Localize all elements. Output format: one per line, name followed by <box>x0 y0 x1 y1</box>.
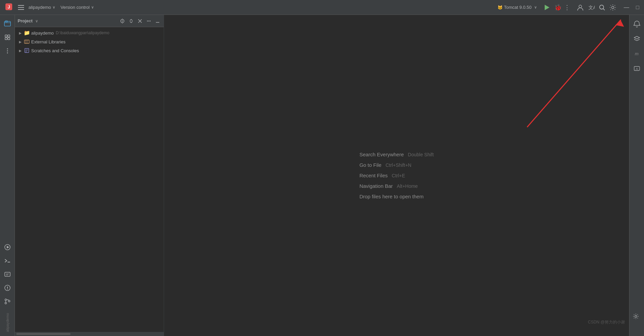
version-control-chevron[interactable]: ∨ <box>91 5 94 9</box>
svg-point-34 <box>147 20 148 21</box>
hint-search-everywhere-shortcut: Double Shift <box>408 152 434 157</box>
search-everywhere-button[interactable] <box>597 3 607 12</box>
svg-point-4 <box>600 5 604 9</box>
svg-point-2 <box>579 5 582 8</box>
right-sidebar-icon-layers[interactable] <box>631 33 643 45</box>
hint-navigation-bar: Navigation Bar Alt+Home <box>359 183 418 189</box>
right-sidebar-icon-m: m <box>631 47 643 60</box>
sidebar-icons-bottom: alipaydemo <box>1 58 14 336</box>
project-scrollbar[interactable] <box>15 332 164 336</box>
tree-item-scratches[interactable]: ▶ Scratches and Consoles <box>15 46 164 55</box>
csdn-watermark: CSDN @努力的小谢 <box>588 319 625 325</box>
menu-button[interactable] <box>16 3 26 12</box>
sidebar-icon-problems[interactable] <box>1 282 14 294</box>
locate-file-button[interactable] <box>119 18 126 24</box>
settings-button[interactable] <box>608 3 618 12</box>
hint-recent-files-shortcut: Ctrl+E <box>392 173 405 178</box>
tree-item-alipaydemo-name: alipaydemo <box>31 31 54 36</box>
right-sidebar-icon-notifications[interactable] <box>631 18 643 30</box>
right-sidebar-icon-settings-cog[interactable] <box>630 310 642 322</box>
sidebar-icon-bookmarks[interactable] <box>1 31 14 43</box>
arrow-alipaydemo: ▶ <box>18 30 23 36</box>
svg-text:文A: 文A <box>588 5 595 10</box>
sidebar-icon-project[interactable] <box>1 18 14 30</box>
expand-all-button[interactable] <box>128 18 135 24</box>
sidebar-icon-git[interactable] <box>1 295 14 308</box>
svg-text:J: J <box>7 4 10 9</box>
svg-point-36 <box>150 20 151 21</box>
titlebar: J alipaydemo ∨ Version control ∨ 🐱 Tomca… <box>0 0 644 15</box>
run-config-selector[interactable]: 🐱 Tomcat 9.0.50 ∨ <box>495 4 540 11</box>
app-logo[interactable]: J <box>3 1 15 13</box>
tomcat-icon: 🐱 <box>498 5 503 10</box>
arrow-scratches: ▶ <box>18 48 23 53</box>
svg-point-27 <box>5 302 6 304</box>
svg-marker-17 <box>7 246 9 249</box>
more-options-button[interactable]: ⋮ <box>564 4 570 11</box>
libraries-icon <box>24 39 30 45</box>
bottom-project-label[interactable]: alipaydemo <box>5 312 9 333</box>
debug-button[interactable]: 🐞 <box>553 3 563 12</box>
close-panel-button[interactable] <box>137 18 143 24</box>
translate-button[interactable]: 文A <box>586 3 596 12</box>
debug-icon: 🐞 <box>554 4 562 11</box>
project-name-chevron[interactable]: ∨ <box>53 5 55 9</box>
minimize-panel-button[interactable] <box>154 18 161 24</box>
svg-point-13 <box>7 48 8 50</box>
hint-navigation-bar-label: Navigation Bar <box>359 183 393 189</box>
svg-point-15 <box>7 53 8 54</box>
maximize-button[interactable]: □ <box>634 4 641 11</box>
sidebar-icon-terminal[interactable] <box>1 255 14 267</box>
right-sidebar-icon-a[interactable]: A <box>631 62 643 75</box>
profile-button[interactable] <box>576 3 585 12</box>
tree-item-scratches-name: Scratches and Consoles <box>31 48 79 53</box>
project-tree: ▶ 📁 alipaydemo D:\baiduwangpan\alipaydem… <box>15 27 164 332</box>
window-controls: — □ <box>622 4 641 11</box>
svg-line-45 <box>527 20 621 127</box>
svg-rect-38 <box>24 40 29 43</box>
svg-point-29 <box>122 20 123 21</box>
sidebar-icon-run[interactable] <box>1 241 14 253</box>
red-arrow-annotation <box>494 15 629 130</box>
svg-point-35 <box>148 20 149 21</box>
hint-drop-files-label: Drop files here to open them <box>359 194 423 199</box>
hint-navigation-bar-shortcut: Alt+Home <box>397 183 418 189</box>
tree-item-alipaydemo[interactable]: ▶ 📁 alipaydemo D:\baiduwangpan\alipaydem… <box>15 28 164 37</box>
arrow-external-libraries: ▶ <box>18 39 23 44</box>
hint-search-everywhere-label: Search Everywhere <box>359 152 404 157</box>
editor-area: Search Everywhere Double Shift Go to Fil… <box>164 15 629 336</box>
svg-point-6 <box>612 6 614 8</box>
project-scrollbar-thumb[interactable] <box>16 333 71 335</box>
hint-recent-files: Recent Files Ctrl+E <box>359 173 405 178</box>
hint-goto-file-label: Go to File <box>359 162 381 168</box>
svg-rect-11 <box>5 38 7 40</box>
hint-goto-file-shortcut: Ctrl+Shift+N <box>385 162 411 168</box>
svg-marker-46 <box>616 20 624 27</box>
right-sidebar: m A <box>629 15 644 336</box>
scratches-icon <box>24 47 30 54</box>
project-panel-title: Project ∨ <box>18 18 119 23</box>
svg-rect-9 <box>5 35 7 37</box>
run-config-name: Tomcat 9.0.50 <box>504 5 532 10</box>
hint-recent-files-label: Recent Files <box>359 173 387 178</box>
run-button[interactable] <box>542 3 552 12</box>
svg-point-14 <box>7 51 8 52</box>
hint-drop-files: Drop files here to open them <box>359 194 423 199</box>
project-panel-header: Project ∨ <box>15 15 164 27</box>
svg-line-5 <box>603 8 605 10</box>
svg-rect-19 <box>5 272 10 276</box>
tree-item-external-libraries-name: External Libraries <box>31 39 65 44</box>
sidebar-icon-more[interactable] <box>1 45 14 57</box>
minimize-button[interactable]: — <box>622 4 631 11</box>
svg-point-26 <box>8 300 10 302</box>
version-control-label: Version control <box>61 5 90 10</box>
svg-rect-12 <box>8 38 10 40</box>
svg-point-25 <box>5 299 6 300</box>
editor-hints: Search Everywhere Double Shift Go to Fil… <box>359 152 434 199</box>
svg-point-24 <box>7 289 8 290</box>
run-config-dropdown-chevron: ∨ <box>534 5 537 9</box>
sidebar-icon-console[interactable] <box>1 268 14 280</box>
tree-item-external-libraries[interactable]: ▶ External Libraries <box>15 37 164 46</box>
panel-more-button[interactable] <box>145 18 152 24</box>
main-layout: alipaydemo Project ∨ <box>0 15 644 336</box>
